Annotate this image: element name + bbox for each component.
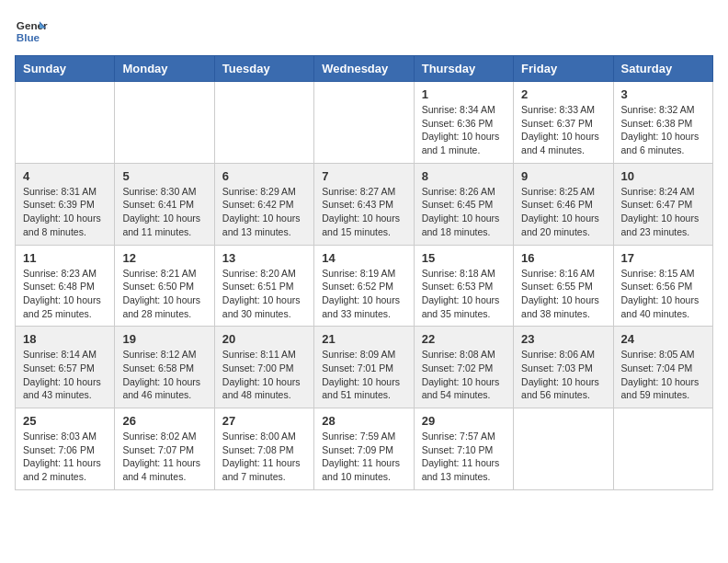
day-number: 10: [621, 169, 705, 183]
calendar-cell: 2Sunrise: 8:33 AM Sunset: 6:37 PM Daylig…: [514, 82, 613, 164]
day-number: 5: [122, 169, 206, 183]
calendar-header-wednesday: Wednesday: [314, 56, 414, 82]
day-number: 28: [322, 414, 405, 428]
day-info: Sunrise: 8:16 AM Sunset: 6:55 PM Dayligh…: [521, 267, 605, 321]
day-number: 14: [322, 251, 405, 265]
day-number: 22: [422, 332, 506, 346]
day-info: Sunrise: 8:20 AM Sunset: 6:51 PM Dayligh…: [222, 267, 306, 321]
day-info: Sunrise: 8:21 AM Sunset: 6:50 PM Dayligh…: [122, 267, 206, 321]
calendar-cell: 5Sunrise: 8:30 AM Sunset: 6:41 PM Daylig…: [115, 163, 214, 245]
calendar: SundayMondayTuesdayWednesdayThursdayFrid…: [15, 55, 713, 490]
calendar-cell: 19Sunrise: 8:12 AM Sunset: 6:58 PM Dayli…: [115, 327, 214, 408]
day-info: Sunrise: 8:05 AM Sunset: 7:04 PM Dayligh…: [621, 348, 705, 402]
day-info: Sunrise: 8:27 AM Sunset: 6:43 PM Dayligh…: [322, 185, 405, 239]
calendar-cell: [514, 408, 613, 490]
day-number: 24: [621, 332, 705, 346]
day-number: 7: [322, 169, 405, 183]
day-info: Sunrise: 8:23 AM Sunset: 6:48 PM Dayligh…: [23, 267, 107, 321]
day-number: 2: [521, 87, 605, 101]
calendar-cell: 9Sunrise: 8:25 AM Sunset: 6:46 PM Daylig…: [514, 163, 613, 245]
calendar-cell: 6Sunrise: 8:29 AM Sunset: 6:42 PM Daylig…: [214, 163, 313, 245]
day-info: Sunrise: 8:15 AM Sunset: 6:56 PM Dayligh…: [621, 267, 705, 321]
day-number: 13: [222, 251, 306, 265]
day-info: Sunrise: 7:57 AM Sunset: 7:10 PM Dayligh…: [422, 430, 506, 484]
calendar-cell: 26Sunrise: 8:02 AM Sunset: 7:07 PM Dayli…: [115, 408, 214, 490]
calendar-header-thursday: Thursday: [414, 56, 513, 82]
day-number: 20: [222, 332, 306, 346]
day-number: 26: [122, 414, 206, 428]
day-info: Sunrise: 8:26 AM Sunset: 6:45 PM Dayligh…: [422, 185, 506, 239]
day-info: Sunrise: 8:08 AM Sunset: 7:02 PM Dayligh…: [422, 348, 506, 402]
day-info: Sunrise: 8:24 AM Sunset: 6:47 PM Dayligh…: [621, 185, 705, 239]
day-info: Sunrise: 8:33 AM Sunset: 6:37 PM Dayligh…: [521, 103, 605, 157]
logo: General Blue: [15, 15, 48, 48]
calendar-cell: 18Sunrise: 8:14 AM Sunset: 6:57 PM Dayli…: [16, 327, 115, 408]
calendar-cell: 20Sunrise: 8:11 AM Sunset: 7:00 PM Dayli…: [214, 327, 313, 408]
day-info: Sunrise: 8:00 AM Sunset: 7:08 PM Dayligh…: [222, 430, 306, 484]
day-number: 21: [322, 332, 405, 346]
calendar-header-tuesday: Tuesday: [214, 56, 313, 82]
calendar-cell: 14Sunrise: 8:19 AM Sunset: 6:52 PM Dayli…: [314, 245, 414, 327]
day-number: 16: [521, 251, 605, 265]
day-number: 17: [621, 251, 705, 265]
calendar-cell: 23Sunrise: 8:06 AM Sunset: 7:03 PM Dayli…: [514, 327, 613, 408]
day-number: 4: [23, 169, 107, 183]
day-info: Sunrise: 8:34 AM Sunset: 6:36 PM Dayligh…: [422, 103, 506, 157]
calendar-cell: 22Sunrise: 8:08 AM Sunset: 7:02 PM Dayli…: [414, 327, 513, 408]
day-number: 27: [222, 414, 306, 428]
calendar-cell: 8Sunrise: 8:26 AM Sunset: 6:45 PM Daylig…: [414, 163, 513, 245]
calendar-cell: 11Sunrise: 8:23 AM Sunset: 6:48 PM Dayli…: [16, 245, 115, 327]
calendar-cell: 3Sunrise: 8:32 AM Sunset: 6:38 PM Daylig…: [613, 82, 712, 164]
day-number: 11: [23, 251, 107, 265]
day-number: 19: [122, 332, 206, 346]
calendar-cell: 25Sunrise: 8:03 AM Sunset: 7:06 PM Dayli…: [16, 408, 115, 490]
calendar-cell: [314, 82, 414, 164]
calendar-header-friday: Friday: [514, 56, 613, 82]
day-info: Sunrise: 8:18 AM Sunset: 6:53 PM Dayligh…: [422, 267, 506, 321]
calendar-week-row: 1Sunrise: 8:34 AM Sunset: 6:36 PM Daylig…: [16, 82, 713, 164]
calendar-week-row: 18Sunrise: 8:14 AM Sunset: 6:57 PM Dayli…: [16, 327, 713, 408]
day-info: Sunrise: 8:02 AM Sunset: 7:07 PM Dayligh…: [122, 430, 206, 484]
day-number: 15: [422, 251, 506, 265]
day-number: 18: [23, 332, 107, 346]
day-number: 29: [422, 414, 506, 428]
calendar-week-row: 11Sunrise: 8:23 AM Sunset: 6:48 PM Dayli…: [16, 245, 713, 327]
day-number: 23: [521, 332, 605, 346]
day-info: Sunrise: 8:31 AM Sunset: 6:39 PM Dayligh…: [23, 185, 107, 239]
day-info: Sunrise: 8:14 AM Sunset: 6:57 PM Dayligh…: [23, 348, 107, 402]
calendar-cell: 4Sunrise: 8:31 AM Sunset: 6:39 PM Daylig…: [16, 163, 115, 245]
calendar-header-saturday: Saturday: [613, 56, 712, 82]
calendar-header-monday: Monday: [115, 56, 214, 82]
calendar-cell: 17Sunrise: 8:15 AM Sunset: 6:56 PM Dayli…: [613, 245, 712, 327]
day-number: 8: [422, 169, 506, 183]
calendar-week-row: 25Sunrise: 8:03 AM Sunset: 7:06 PM Dayli…: [16, 408, 713, 490]
day-info: Sunrise: 8:11 AM Sunset: 7:00 PM Dayligh…: [222, 348, 306, 402]
day-info: Sunrise: 8:32 AM Sunset: 6:38 PM Dayligh…: [621, 103, 705, 157]
day-number: 12: [122, 251, 206, 265]
calendar-cell: 16Sunrise: 8:16 AM Sunset: 6:55 PM Dayli…: [514, 245, 613, 327]
calendar-cell: 1Sunrise: 8:34 AM Sunset: 6:36 PM Daylig…: [414, 82, 513, 164]
calendar-cell: 28Sunrise: 7:59 AM Sunset: 7:09 PM Dayli…: [314, 408, 414, 490]
day-info: Sunrise: 8:06 AM Sunset: 7:03 PM Dayligh…: [521, 348, 605, 402]
calendar-cell: 12Sunrise: 8:21 AM Sunset: 6:50 PM Dayli…: [115, 245, 214, 327]
day-number: 9: [521, 169, 605, 183]
day-number: 3: [621, 87, 705, 101]
calendar-cell: 7Sunrise: 8:27 AM Sunset: 6:43 PM Daylig…: [314, 163, 414, 245]
calendar-cell: [613, 408, 712, 490]
day-info: Sunrise: 7:59 AM Sunset: 7:09 PM Dayligh…: [322, 430, 405, 484]
calendar-cell: 24Sunrise: 8:05 AM Sunset: 7:04 PM Dayli…: [613, 327, 712, 408]
day-info: Sunrise: 8:09 AM Sunset: 7:01 PM Dayligh…: [322, 348, 405, 402]
calendar-cell: [16, 82, 115, 164]
day-info: Sunrise: 8:12 AM Sunset: 6:58 PM Dayligh…: [122, 348, 206, 402]
calendar-cell: 27Sunrise: 8:00 AM Sunset: 7:08 PM Dayli…: [214, 408, 313, 490]
day-number: 1: [422, 87, 506, 101]
header: General Blue: [15, 15, 713, 48]
logo-icon: General Blue: [15, 15, 48, 48]
calendar-week-row: 4Sunrise: 8:31 AM Sunset: 6:39 PM Daylig…: [16, 163, 713, 245]
calendar-cell: [214, 82, 313, 164]
calendar-header-sunday: Sunday: [16, 56, 115, 82]
day-number: 6: [222, 169, 306, 183]
calendar-cell: 13Sunrise: 8:20 AM Sunset: 6:51 PM Dayli…: [214, 245, 313, 327]
day-info: Sunrise: 8:30 AM Sunset: 6:41 PM Dayligh…: [122, 185, 206, 239]
day-number: 25: [23, 414, 107, 428]
